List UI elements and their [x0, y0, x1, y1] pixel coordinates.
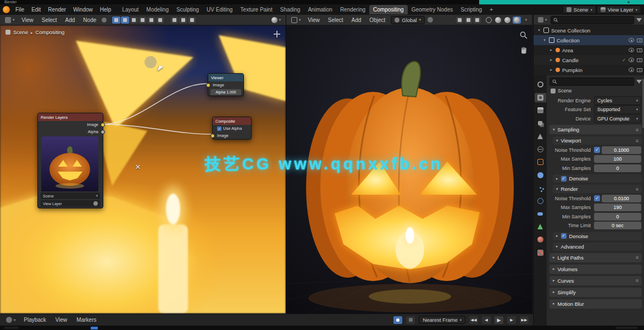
viewport-subpanel-header[interactable]: Viewport [553, 136, 642, 145]
shading-wireframe-button[interactable] [485, 16, 493, 24]
zoom-out-button[interactable] [179, 16, 187, 24]
render-engine-select[interactable]: Cycles [594, 96, 641, 105]
view-layer-select[interactable]: View Layer [41, 200, 100, 207]
use-alpha-row[interactable]: Use Alpha [213, 125, 251, 132]
outliner-row-area[interactable]: ▸ Area [534, 45, 644, 55]
workspace-tab-compositing[interactable]: Compositing [369, 5, 408, 14]
compositor-menu-view[interactable]: View [19, 16, 36, 24]
pan-hand-icon[interactable] [519, 46, 528, 55]
xray-toggle[interactable] [473, 16, 481, 24]
show-overlays-toggle[interactable] [464, 16, 473, 24]
tab-object-data[interactable] [535, 222, 546, 232]
panel-menu-icon[interactable] [636, 138, 639, 144]
workspace-tab-uv-editing[interactable]: UV Editing [203, 5, 236, 14]
workspace-tab-rendering[interactable]: Rendering [336, 5, 369, 14]
timeline-menu-playback[interactable]: Playback [21, 316, 49, 324]
noise-threshold-field[interactable]: 0.1000 [602, 146, 641, 154]
keying-set-button[interactable] [406, 316, 415, 324]
hide-eye-icon[interactable] [629, 48, 634, 52]
disclosure-icon[interactable]: ▾ [537, 28, 541, 32]
workspace-tab-scripting[interactable]: Scripting [457, 5, 486, 14]
timeline-menu-view[interactable]: View [53, 316, 70, 324]
render-visibility-icon[interactable] [637, 68, 642, 72]
next-frame-button[interactable]: ▶ [507, 316, 516, 324]
view-layer-selector[interactable]: View Layer [597, 6, 641, 14]
node-header[interactable]: Viewer [208, 74, 243, 81]
workspace-tab-shading[interactable]: Shading [276, 5, 304, 14]
workspace-tab-layout[interactable]: Layout [118, 5, 142, 14]
use-nodes-toggle[interactable] [112, 16, 120, 24]
previous-frame-button[interactable]: ◀ [482, 316, 491, 324]
filter-icon[interactable] [636, 18, 642, 22]
workspace-tab-modeling[interactable]: Modeling [142, 5, 173, 14]
tab-constraints[interactable] [535, 209, 546, 218]
hide-eye-icon[interactable] [629, 68, 634, 72]
auto-keying-toggle[interactable] [393, 316, 402, 324]
fit-backdrop-button[interactable] [188, 16, 196, 24]
socket-alpha-icon[interactable] [101, 130, 105, 134]
zoom-in-button[interactable] [170, 16, 179, 24]
menu-render[interactable]: Render [45, 6, 69, 14]
editor-type-button[interactable] [3, 16, 16, 24]
breadcrumb-scene[interactable]: Scene [558, 88, 572, 94]
tab-object[interactable] [535, 157, 546, 167]
noise-threshold-field[interactable]: 0.0100 [602, 195, 641, 202]
menu-help[interactable]: Help [97, 6, 115, 14]
hide-eye-icon[interactable] [629, 38, 634, 42]
noise-threshold-checkbox[interactable] [594, 195, 600, 201]
sync-mode-select[interactable]: Nearest Frame [419, 316, 465, 324]
properties-search-input[interactable] [549, 78, 634, 86]
panel-menu-icon[interactable] [636, 127, 639, 133]
panel-menu-icon[interactable] [636, 255, 639, 260]
outliner-row-candle[interactable]: ▸ Candle [534, 55, 644, 65]
jump-to-end-button[interactable]: ▶▶ [520, 316, 529, 324]
compositor-menu-select[interactable]: Select [39, 16, 60, 24]
tab-modifiers[interactable] [535, 170, 546, 180]
tab-tool[interactable] [535, 80, 546, 89]
node-header[interactable]: Composite [213, 117, 251, 125]
render-layers-node[interactable]: Render Layers Image Alpha [37, 113, 103, 208]
menu-edit[interactable]: Edit [28, 6, 44, 14]
feature-set-select[interactable]: Supported [594, 105, 641, 114]
volumes-panel-header[interactable]: Volumes [549, 265, 642, 274]
pin-icon[interactable] [102, 18, 107, 23]
node-output-image[interactable]: Image [38, 121, 103, 128]
sampling-panel-header[interactable]: Sampling [549, 125, 642, 134]
breadcrumb-tree[interactable]: Compositing [35, 29, 64, 35]
hide-eye-icon[interactable] [629, 58, 634, 62]
noise-threshold-checkbox[interactable] [594, 147, 600, 153]
outliner-row-pumpkin[interactable]: ▸ Pumpkin [534, 65, 644, 75]
disclosure-icon[interactable]: ▾ [542, 38, 547, 42]
editor-type-button[interactable] [4, 316, 17, 323]
menu-window[interactable]: Window [70, 6, 96, 14]
curves-panel-header[interactable]: Curves [549, 276, 642, 285]
snapping-toggle[interactable] [130, 16, 138, 24]
denoise-checkbox[interactable] [561, 233, 567, 239]
add-workspace-button[interactable]: + [486, 5, 497, 14]
composite-node[interactable]: Composite Use Alpha Image [212, 117, 252, 140]
play-button[interactable]: ▶ [495, 316, 503, 324]
tab-texture[interactable] [535, 248, 546, 257]
outliner-row-collection[interactable]: ▾ Collection [534, 35, 644, 45]
tab-render[interactable] [535, 93, 546, 102]
show-gizmo-toggle[interactable] [456, 16, 464, 24]
backdrop-channels-button[interactable] [270, 16, 282, 24]
render-still-button[interactable] [93, 201, 98, 206]
socket-image-icon[interactable] [206, 83, 210, 87]
outliner-row-scene-collection[interactable]: ▾ Scene Collection [534, 25, 644, 35]
outliner-search-input[interactable] [551, 16, 634, 24]
backdrop-toggle[interactable] [121, 16, 129, 24]
render-subpanel-header[interactable]: Render [553, 185, 642, 193]
disclosure-icon[interactable]: ▸ [549, 58, 553, 62]
scene-selector[interactable]: Scene [563, 6, 596, 14]
zoom-icon[interactable] [519, 31, 528, 40]
socket-image-icon[interactable] [210, 134, 215, 138]
workspace-tab-geometry-nodes[interactable]: Geometry Nodes [408, 5, 457, 14]
render-visibility-icon[interactable] [637, 38, 642, 42]
node-input-image[interactable]: Image [213, 132, 251, 139]
viewport-menu-view[interactable]: View [305, 16, 323, 24]
compositor-menu-add[interactable]: Add [63, 16, 78, 24]
shading-rendered-button[interactable] [513, 16, 521, 24]
max-samples-field[interactable]: 190 [594, 204, 641, 211]
shading-solid-button[interactable] [494, 16, 502, 24]
